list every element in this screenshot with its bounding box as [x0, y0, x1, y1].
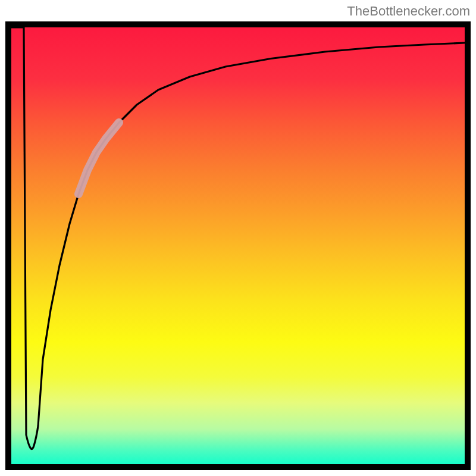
curve-highlight-segment: [79, 123, 119, 194]
bottleneck-curve: [11, 27, 465, 449]
chart-curve-layer: [11, 27, 465, 464]
chart-frame: [5, 21, 471, 470]
attribution-text: TheBottlenecker.com: [347, 4, 470, 19]
